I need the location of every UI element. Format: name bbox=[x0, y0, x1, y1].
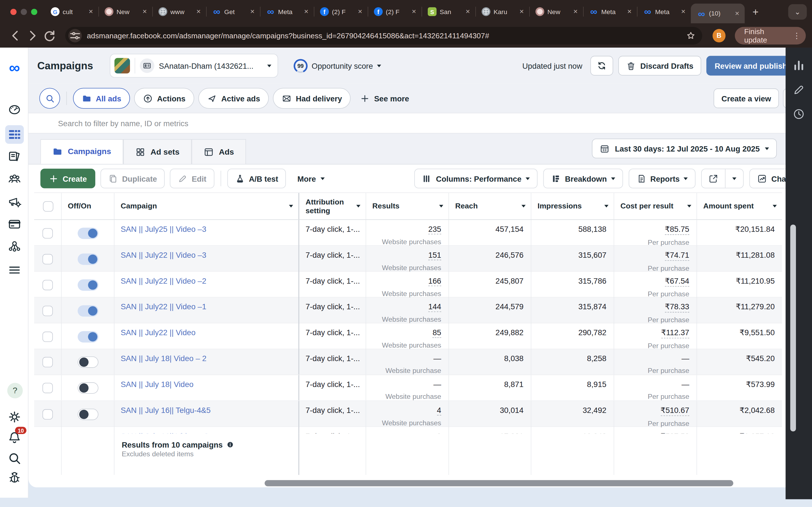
row-checkbox[interactable] bbox=[43, 305, 53, 316]
sidebar-item-notifications[interactable]: 10 bbox=[7, 431, 22, 445]
sort-caret-icon[interactable] bbox=[687, 205, 691, 207]
tab-close-icon[interactable]: ✕ bbox=[303, 7, 310, 16]
zoom-window-button[interactable] bbox=[31, 8, 37, 15]
sidebar-item-help[interactable]: ? bbox=[7, 383, 23, 398]
search-input[interactable] bbox=[58, 119, 524, 128]
column-header-off-on[interactable]: Off/On bbox=[62, 193, 114, 219]
close-window-button[interactable] bbox=[10, 8, 17, 15]
cost-per-result-value[interactable]: ₹85.75 bbox=[665, 224, 689, 235]
filter-pill-had-delivery[interactable]: Had delivery bbox=[273, 88, 351, 108]
browser-tab[interactable]: Karu✕ bbox=[475, 0, 529, 23]
row-checkbox[interactable] bbox=[43, 254, 53, 264]
forward-icon[interactable] bbox=[26, 28, 40, 43]
column-header-reach[interactable]: Reach bbox=[449, 193, 531, 219]
create-view-button[interactable]: Create a view bbox=[714, 89, 779, 108]
panel-item-history[interactable] bbox=[792, 108, 805, 121]
results-value[interactable]: 151 bbox=[428, 250, 441, 260]
tab-close-icon[interactable]: ✕ bbox=[518, 7, 525, 16]
tab-close-icon[interactable]: ✕ bbox=[87, 7, 94, 16]
campaign-toggle[interactable] bbox=[78, 408, 98, 420]
tab-ad-sets[interactable]: Ad sets bbox=[123, 139, 191, 164]
sidebar-item-meta-logo[interactable]: ∞ bbox=[7, 61, 22, 75]
browser-tab[interactable]: ∞Meta✕ bbox=[583, 0, 637, 23]
filter-pill-active-ads[interactable]: Active ads bbox=[199, 88, 269, 108]
duplicate-button[interactable]: Duplicate bbox=[100, 169, 165, 188]
tab-close-icon[interactable]: ✕ bbox=[680, 7, 687, 16]
campaign-link[interactable]: SAN || July22 || Video –3 bbox=[121, 250, 298, 259]
sidebar-item-advertising-tools[interactable] bbox=[7, 194, 22, 209]
date-range-button[interactable]: Last 30 days: 12 Jul 2025 - 10 Aug 2025 bbox=[592, 138, 777, 158]
filter-pill-all-ads[interactable]: All ads bbox=[73, 88, 130, 108]
reload-icon[interactable] bbox=[43, 28, 57, 43]
tab-close-icon[interactable]: ✕ bbox=[249, 7, 256, 16]
sort-caret-icon[interactable] bbox=[772, 205, 777, 207]
export-button[interactable] bbox=[702, 169, 725, 188]
browser-tab[interactable]: New✕ bbox=[529, 0, 583, 23]
profile-avatar[interactable]: B bbox=[712, 29, 725, 42]
filter-pill-actions[interactable]: Actions bbox=[134, 88, 194, 108]
refresh-button[interactable] bbox=[591, 56, 613, 75]
row-checkbox[interactable] bbox=[43, 280, 53, 290]
sort-caret-icon[interactable] bbox=[439, 205, 444, 207]
sidebar-item-all-tools[interactable] bbox=[7, 263, 22, 277]
more-button[interactable]: More bbox=[291, 174, 331, 183]
sort-caret-icon[interactable] bbox=[522, 205, 526, 207]
column-header-campaign[interactable]: Campaign bbox=[114, 193, 299, 219]
cost-per-result-value[interactable]: ₹67.54 bbox=[665, 276, 689, 287]
tab-close-icon[interactable]: ✕ bbox=[357, 7, 363, 16]
campaign-link[interactable]: SAN || July22 || Video –2 bbox=[121, 276, 298, 285]
campaign-toggle[interactable] bbox=[78, 227, 98, 238]
campaign-toggle[interactable] bbox=[78, 279, 98, 290]
panel-item-insights[interactable] bbox=[792, 59, 805, 72]
browser-tab[interactable]: f(2) F✕ bbox=[314, 0, 368, 23]
tab-close-icon[interactable]: ✕ bbox=[572, 7, 579, 16]
tab-close-icon[interactable]: ✕ bbox=[195, 7, 202, 16]
campaign-toggle[interactable] bbox=[78, 356, 98, 368]
sidebar-item-search[interactable] bbox=[7, 451, 22, 466]
results-value[interactable]: 85 bbox=[433, 328, 441, 338]
edit-button[interactable]: Edit bbox=[170, 169, 214, 188]
info-icon[interactable] bbox=[226, 441, 234, 449]
results-value[interactable]: 9 bbox=[437, 432, 441, 434]
sidebar-item-events-manager[interactable] bbox=[7, 239, 22, 253]
column-header-cost-per-result[interactable]: Cost per result bbox=[614, 193, 697, 219]
discard-drafts-button[interactable]: Discard Drafts bbox=[619, 56, 701, 75]
export-menu-button[interactable] bbox=[725, 169, 743, 188]
row-checkbox[interactable] bbox=[43, 383, 53, 393]
browser-tab[interactable]: ∞Get✕ bbox=[206, 0, 260, 23]
cost-per-result-value[interactable]: ₹112.37 bbox=[661, 328, 689, 338]
sidebar-item-audiences[interactable] bbox=[7, 172, 22, 186]
horizontal-scrollbar-thumb[interactable] bbox=[265, 480, 733, 486]
column-header-impressions[interactable]: Impressions bbox=[531, 193, 614, 219]
campaign-toggle[interactable] bbox=[78, 331, 98, 342]
results-value[interactable]: 166 bbox=[428, 276, 441, 286]
row-checkbox[interactable] bbox=[43, 409, 53, 419]
campaign-link[interactable]: SAN || July22 || Video –1 bbox=[121, 302, 298, 311]
breakdown-button[interactable]: Breakdown bbox=[543, 169, 623, 188]
tab-close-icon[interactable]: ✕ bbox=[410, 7, 417, 16]
reports-button[interactable]: Reports bbox=[628, 169, 696, 188]
tab-ads[interactable]: Ads bbox=[192, 139, 246, 164]
tab-close-icon[interactable]: ✕ bbox=[733, 9, 741, 18]
results-value[interactable]: 144 bbox=[428, 302, 441, 312]
browser-tab[interactable]: SSan✕ bbox=[421, 0, 475, 23]
ad-account-selector[interactable]: SAnatan-Dham (1432621... bbox=[110, 54, 278, 77]
columns-button[interactable]: Columns: Performance bbox=[414, 169, 538, 188]
site-settings-icon[interactable] bbox=[68, 29, 82, 42]
opportunity-score[interactable]: 99 Opportunity score bbox=[294, 59, 381, 73]
sidebar-item-account-overview[interactable] bbox=[7, 103, 22, 117]
back-icon[interactable] bbox=[8, 28, 22, 43]
sort-caret-icon[interactable] bbox=[356, 205, 361, 207]
campaign-link[interactable]: SAN || July 18| Video – 2 bbox=[121, 354, 298, 362]
results-value[interactable]: 235 bbox=[428, 224, 441, 234]
select-all-checkbox[interactable] bbox=[34, 193, 61, 219]
header-checkbox[interactable] bbox=[43, 201, 53, 212]
campaign-link[interactable]: SAN || July25 || Video –3 bbox=[121, 224, 298, 233]
campaign-toggle[interactable] bbox=[78, 382, 98, 393]
ab-test-button[interactable]: A/B test bbox=[227, 169, 286, 188]
campaign-link[interactable]: SAN || July 16|| Telgu-4&5 bbox=[121, 406, 298, 414]
tab-close-icon[interactable]: ✕ bbox=[464, 7, 471, 16]
tab-overflow-button[interactable]: ⌄ bbox=[788, 4, 807, 20]
campaign-link[interactable]: SAN || July 16|| Video – 2 bbox=[121, 432, 298, 434]
tab-campaigns[interactable]: Campaigns bbox=[40, 139, 123, 164]
